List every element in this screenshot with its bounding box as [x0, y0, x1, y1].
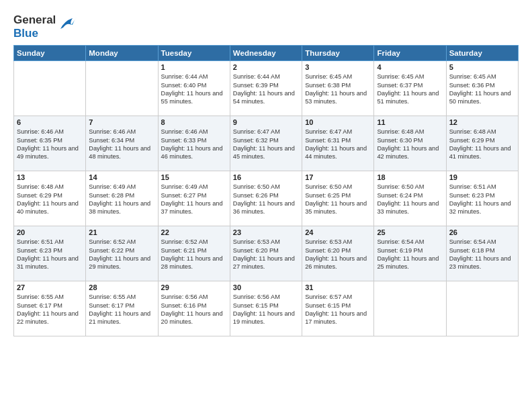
calendar-cell: 3Sunrise: 6:45 AM Sunset: 6:38 PM Daylig…	[302, 61, 374, 116]
day-number: 1	[161, 63, 227, 71]
cell-content: Sunrise: 6:49 AM Sunset: 6:28 PM Dayligh…	[89, 183, 154, 216]
cell-content: Sunrise: 6:44 AM Sunset: 6:39 PM Dayligh…	[233, 73, 299, 106]
calendar-cell: 4Sunrise: 6:45 AM Sunset: 6:37 PM Daylig…	[374, 61, 446, 116]
logo-blue: Blue	[13, 27, 56, 40]
week-row-3: 13Sunrise: 6:48 AM Sunset: 6:29 PM Dayli…	[14, 171, 519, 226]
cell-content: Sunrise: 6:56 AM Sunset: 6:16 PM Dayligh…	[161, 293, 227, 326]
day-number: 11	[377, 118, 443, 126]
day-header-friday: Friday	[374, 46, 446, 61]
day-number: 31	[305, 283, 371, 291]
cell-content: Sunrise: 6:51 AM Sunset: 6:23 PM Dayligh…	[449, 183, 515, 216]
header: General Blue	[13, 11, 519, 40]
calendar-cell: 17Sunrise: 6:50 AM Sunset: 6:25 PM Dayli…	[302, 171, 374, 226]
day-number: 10	[305, 118, 371, 126]
calendar-cell: 7Sunrise: 6:46 AM Sunset: 6:34 PM Daylig…	[86, 116, 158, 171]
day-number: 16	[233, 173, 299, 181]
calendar-cell: 20Sunrise: 6:51 AM Sunset: 6:23 PM Dayli…	[14, 226, 86, 281]
day-number: 28	[89, 283, 154, 291]
cell-content: Sunrise: 6:54 AM Sunset: 6:19 PM Dayligh…	[377, 238, 443, 271]
page-container: General Blue SundayMondayTues	[0, 0, 532, 343]
cell-content: Sunrise: 6:48 AM Sunset: 6:29 PM Dayligh…	[17, 183, 83, 216]
day-header-tuesday: Tuesday	[158, 46, 230, 61]
calendar-cell: 31Sunrise: 6:57 AM Sunset: 6:15 PM Dayli…	[302, 281, 374, 336]
cell-content: Sunrise: 6:54 AM Sunset: 6:18 PM Dayligh…	[449, 238, 515, 271]
cell-content: Sunrise: 6:56 AM Sunset: 6:15 PM Dayligh…	[233, 293, 299, 326]
cell-content: Sunrise: 6:48 AM Sunset: 6:29 PM Dayligh…	[449, 128, 515, 161]
calendar-cell: 29Sunrise: 6:56 AM Sunset: 6:16 PM Dayli…	[158, 281, 230, 336]
calendar-cell: 5Sunrise: 6:45 AM Sunset: 6:36 PM Daylig…	[446, 61, 518, 116]
day-number: 12	[449, 118, 515, 126]
calendar-cell: 12Sunrise: 6:48 AM Sunset: 6:29 PM Dayli…	[446, 116, 518, 171]
cell-content: Sunrise: 6:55 AM Sunset: 6:17 PM Dayligh…	[17, 293, 83, 326]
week-row-1: 1Sunrise: 6:44 AM Sunset: 6:40 PM Daylig…	[14, 61, 519, 116]
cell-content: Sunrise: 6:57 AM Sunset: 6:15 PM Dayligh…	[305, 293, 371, 326]
day-number: 8	[161, 118, 227, 126]
calendar-cell	[374, 281, 446, 336]
day-number: 4	[377, 63, 443, 71]
calendar-cell: 10Sunrise: 6:47 AM Sunset: 6:31 PM Dayli…	[302, 116, 374, 171]
calendar-cell: 30Sunrise: 6:56 AM Sunset: 6:15 PM Dayli…	[230, 281, 302, 336]
calendar-header-row: SundayMondayTuesdayWednesdayThursdayFrid…	[14, 46, 519, 61]
day-header-sunday: Sunday	[14, 46, 86, 61]
calendar-cell: 23Sunrise: 6:53 AM Sunset: 6:20 PM Dayli…	[230, 226, 302, 281]
day-number: 25	[377, 228, 443, 236]
calendar-cell: 1Sunrise: 6:44 AM Sunset: 6:40 PM Daylig…	[158, 61, 230, 116]
calendar-cell: 13Sunrise: 6:48 AM Sunset: 6:29 PM Dayli…	[14, 171, 86, 226]
day-number: 6	[17, 118, 83, 126]
calendar-cell: 8Sunrise: 6:46 AM Sunset: 6:33 PM Daylig…	[158, 116, 230, 171]
day-number: 26	[449, 228, 515, 236]
cell-content: Sunrise: 6:45 AM Sunset: 6:38 PM Dayligh…	[305, 73, 371, 106]
cell-content: Sunrise: 6:46 AM Sunset: 6:34 PM Dayligh…	[89, 128, 154, 161]
cell-content: Sunrise: 6:52 AM Sunset: 6:21 PM Dayligh…	[161, 238, 227, 271]
day-number: 5	[449, 63, 515, 71]
calendar-cell	[14, 61, 86, 116]
logo: General Blue	[13, 13, 78, 40]
cell-content: Sunrise: 6:50 AM Sunset: 6:25 PM Dayligh…	[305, 183, 371, 216]
day-number: 27	[17, 283, 83, 291]
calendar-cell: 6Sunrise: 6:46 AM Sunset: 6:35 PM Daylig…	[14, 116, 86, 171]
calendar-cell: 15Sunrise: 6:49 AM Sunset: 6:27 PM Dayli…	[158, 171, 230, 226]
cell-content: Sunrise: 6:53 AM Sunset: 6:20 PM Dayligh…	[305, 238, 371, 271]
calendar-cell: 28Sunrise: 6:55 AM Sunset: 6:17 PM Dayli…	[86, 281, 158, 336]
calendar-cell	[446, 281, 518, 336]
day-number: 17	[305, 173, 371, 181]
day-number: 19	[449, 173, 515, 181]
cell-content: Sunrise: 6:48 AM Sunset: 6:30 PM Dayligh…	[377, 128, 443, 161]
day-number: 9	[233, 118, 299, 126]
cell-content: Sunrise: 6:45 AM Sunset: 6:37 PM Dayligh…	[377, 73, 443, 106]
logo-bird-icon	[58, 15, 78, 36]
cell-content: Sunrise: 6:46 AM Sunset: 6:33 PM Dayligh…	[161, 128, 227, 161]
week-row-2: 6Sunrise: 6:46 AM Sunset: 6:35 PM Daylig…	[14, 116, 519, 171]
cell-content: Sunrise: 6:50 AM Sunset: 6:24 PM Dayligh…	[377, 183, 443, 216]
cell-content: Sunrise: 6:49 AM Sunset: 6:27 PM Dayligh…	[161, 183, 227, 216]
day-number: 2	[233, 63, 299, 71]
day-number: 22	[161, 228, 227, 236]
calendar-cell: 22Sunrise: 6:52 AM Sunset: 6:21 PM Dayli…	[158, 226, 230, 281]
cell-content: Sunrise: 6:50 AM Sunset: 6:26 PM Dayligh…	[233, 183, 299, 216]
logo-general: General	[13, 13, 56, 27]
calendar-cell: 24Sunrise: 6:53 AM Sunset: 6:20 PM Dayli…	[302, 226, 374, 281]
calendar-cell: 25Sunrise: 6:54 AM Sunset: 6:19 PM Dayli…	[374, 226, 446, 281]
week-row-4: 20Sunrise: 6:51 AM Sunset: 6:23 PM Dayli…	[14, 226, 519, 281]
cell-content: Sunrise: 6:47 AM Sunset: 6:32 PM Dayligh…	[233, 128, 299, 161]
day-number: 15	[161, 173, 227, 181]
cell-content: Sunrise: 6:45 AM Sunset: 6:36 PM Dayligh…	[449, 73, 515, 106]
day-number: 29	[161, 283, 227, 291]
day-number: 13	[17, 173, 83, 181]
cell-content: Sunrise: 6:51 AM Sunset: 6:23 PM Dayligh…	[17, 238, 83, 271]
day-number: 14	[89, 173, 154, 181]
day-header-thursday: Thursday	[302, 46, 374, 61]
calendar-cell: 11Sunrise: 6:48 AM Sunset: 6:30 PM Dayli…	[374, 116, 446, 171]
day-header-wednesday: Wednesday	[230, 46, 302, 61]
cell-content: Sunrise: 6:52 AM Sunset: 6:22 PM Dayligh…	[89, 238, 154, 271]
week-row-5: 27Sunrise: 6:55 AM Sunset: 6:17 PM Dayli…	[14, 281, 519, 336]
cell-content: Sunrise: 6:55 AM Sunset: 6:17 PM Dayligh…	[89, 293, 154, 326]
calendar-cell: 21Sunrise: 6:52 AM Sunset: 6:22 PM Dayli…	[86, 226, 158, 281]
cell-content: Sunrise: 6:46 AM Sunset: 6:35 PM Dayligh…	[17, 128, 83, 161]
calendar-cell: 26Sunrise: 6:54 AM Sunset: 6:18 PM Dayli…	[446, 226, 518, 281]
calendar-cell: 14Sunrise: 6:49 AM Sunset: 6:28 PM Dayli…	[86, 171, 158, 226]
cell-content: Sunrise: 6:47 AM Sunset: 6:31 PM Dayligh…	[305, 128, 371, 161]
day-number: 21	[89, 228, 154, 236]
calendar-table: SundayMondayTuesdayWednesdayThursdayFrid…	[13, 45, 519, 336]
calendar-cell: 19Sunrise: 6:51 AM Sunset: 6:23 PM Dayli…	[446, 171, 518, 226]
